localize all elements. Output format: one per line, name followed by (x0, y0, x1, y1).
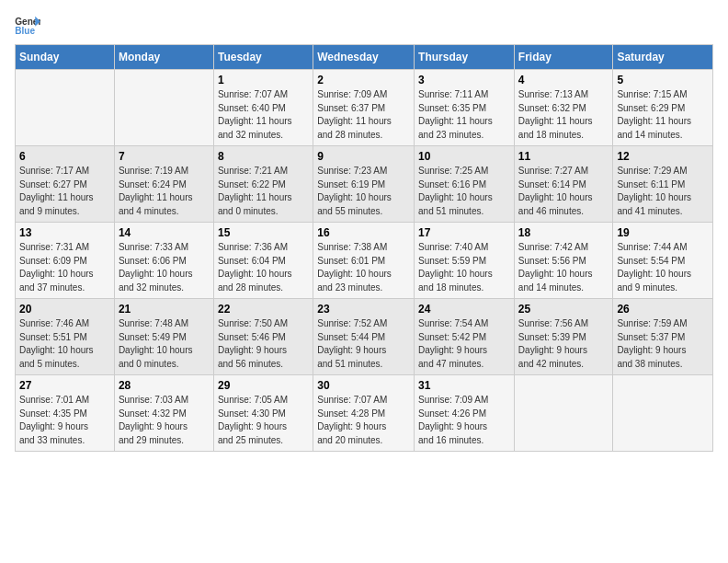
day-info: Sunrise: 7:59 AM Sunset: 5:37 PM Dayligh… (617, 317, 709, 371)
day-number: 5 (617, 74, 709, 86)
day-info: Sunrise: 7:17 AM Sunset: 6:27 PM Dayligh… (19, 165, 110, 218)
day-info: Sunrise: 7:21 AM Sunset: 6:22 PM Dayligh… (218, 165, 309, 218)
day-number: 15 (218, 226, 309, 239)
week-row-4: 20Sunrise: 7:46 AM Sunset: 5:51 PM Dayli… (16, 299, 713, 375)
calendar-cell: 26Sunrise: 7:59 AM Sunset: 5:37 PM Dayli… (613, 299, 713, 375)
day-info: Sunrise: 7:36 AM Sunset: 6:04 PM Dayligh… (218, 241, 309, 294)
day-info: Sunrise: 7:54 AM Sunset: 5:42 PM Dayligh… (418, 317, 510, 371)
calendar-cell: 28Sunrise: 7:03 AM Sunset: 4:32 PM Dayli… (114, 375, 213, 452)
day-header-saturday: Saturday (613, 45, 713, 70)
calendar-cell: 22Sunrise: 7:50 AM Sunset: 5:46 PM Dayli… (213, 299, 313, 375)
day-number: 10 (418, 150, 510, 163)
calendar-cell: 15Sunrise: 7:36 AM Sunset: 6:04 PM Dayli… (213, 223, 313, 299)
calendar-cell: 7Sunrise: 7:19 AM Sunset: 6:24 PM Daylig… (114, 146, 213, 223)
day-number: 7 (119, 150, 210, 163)
day-info: Sunrise: 7:09 AM Sunset: 6:37 PM Dayligh… (317, 88, 410, 142)
day-info: Sunrise: 7:07 AM Sunset: 4:28 PM Dayligh… (317, 394, 410, 447)
calendar-cell (514, 375, 613, 452)
day-info: Sunrise: 7:15 AM Sunset: 6:29 PM Dayligh… (617, 88, 709, 142)
calendar-cell (114, 70, 213, 146)
header: General Blue (15, 15, 713, 35)
calendar-cell: 8Sunrise: 7:21 AM Sunset: 6:22 PM Daylig… (213, 146, 313, 223)
calendar-cell: 16Sunrise: 7:38 AM Sunset: 6:01 PM Dayli… (313, 223, 415, 299)
calendar-cell: 6Sunrise: 7:17 AM Sunset: 6:27 PM Daylig… (16, 146, 115, 223)
svg-text:Blue: Blue (15, 26, 35, 35)
calendar-cell: 5Sunrise: 7:15 AM Sunset: 6:29 PM Daylig… (613, 70, 713, 146)
day-info: Sunrise: 7:01 AM Sunset: 4:35 PM Dayligh… (19, 394, 110, 447)
day-info: Sunrise: 7:40 AM Sunset: 5:59 PM Dayligh… (418, 241, 510, 294)
day-info: Sunrise: 7:29 AM Sunset: 6:11 PM Dayligh… (617, 165, 709, 218)
calendar-cell: 4Sunrise: 7:13 AM Sunset: 6:32 PM Daylig… (514, 70, 613, 146)
day-number: 13 (19, 226, 110, 239)
day-number: 26 (617, 303, 709, 316)
day-info: Sunrise: 7:11 AM Sunset: 6:35 PM Dayligh… (418, 88, 510, 142)
day-info: Sunrise: 7:23 AM Sunset: 6:19 PM Dayligh… (317, 165, 410, 218)
day-number: 14 (119, 226, 210, 239)
day-number: 22 (218, 303, 309, 316)
calendar-cell: 24Sunrise: 7:54 AM Sunset: 5:42 PM Dayli… (415, 299, 515, 375)
calendar-cell: 31Sunrise: 7:09 AM Sunset: 4:26 PM Dayli… (415, 375, 515, 452)
day-info: Sunrise: 7:56 AM Sunset: 5:39 PM Dayligh… (518, 317, 609, 371)
logo-icon: General Blue (15, 15, 40, 35)
day-number: 21 (119, 303, 210, 316)
calendar-cell: 20Sunrise: 7:46 AM Sunset: 5:51 PM Dayli… (16, 299, 115, 375)
day-number: 23 (317, 303, 410, 316)
week-row-3: 13Sunrise: 7:31 AM Sunset: 6:09 PM Dayli… (16, 223, 713, 299)
calendar-cell: 21Sunrise: 7:48 AM Sunset: 5:49 PM Dayli… (114, 299, 213, 375)
calendar-table: SundayMondayTuesdayWednesdayThursdayFrid… (15, 44, 713, 452)
day-number: 24 (418, 303, 510, 316)
day-info: Sunrise: 7:19 AM Sunset: 6:24 PM Dayligh… (119, 165, 210, 218)
calendar-cell: 27Sunrise: 7:01 AM Sunset: 4:35 PM Dayli… (16, 375, 115, 452)
day-info: Sunrise: 7:03 AM Sunset: 4:32 PM Dayligh… (119, 394, 210, 447)
day-number: 31 (418, 379, 510, 392)
day-number: 28 (119, 379, 210, 392)
calendar-cell: 14Sunrise: 7:33 AM Sunset: 6:06 PM Dayli… (114, 223, 213, 299)
day-info: Sunrise: 7:38 AM Sunset: 6:01 PM Dayligh… (317, 241, 410, 294)
day-number: 8 (218, 150, 309, 163)
day-number: 19 (617, 226, 709, 239)
calendar-cell: 1Sunrise: 7:07 AM Sunset: 6:40 PM Daylig… (213, 70, 313, 146)
calendar-cell: 17Sunrise: 7:40 AM Sunset: 5:59 PM Dayli… (415, 223, 515, 299)
day-number: 9 (317, 150, 410, 163)
day-header-thursday: Thursday (415, 45, 515, 70)
day-info: Sunrise: 7:52 AM Sunset: 5:44 PM Dayligh… (317, 317, 410, 371)
calendar-cell: 29Sunrise: 7:05 AM Sunset: 4:30 PM Dayli… (213, 375, 313, 452)
day-info: Sunrise: 7:44 AM Sunset: 5:54 PM Dayligh… (617, 241, 709, 294)
day-info: Sunrise: 7:31 AM Sunset: 6:09 PM Dayligh… (19, 241, 110, 294)
calendar-cell: 12Sunrise: 7:29 AM Sunset: 6:11 PM Dayli… (613, 146, 713, 223)
day-number: 17 (418, 226, 510, 239)
day-info: Sunrise: 7:09 AM Sunset: 4:26 PM Dayligh… (418, 394, 510, 447)
day-info: Sunrise: 7:42 AM Sunset: 5:56 PM Dayligh… (518, 241, 609, 294)
calendar-cell: 11Sunrise: 7:27 AM Sunset: 6:14 PM Dayli… (514, 146, 613, 223)
day-info: Sunrise: 7:48 AM Sunset: 5:49 PM Dayligh… (119, 317, 210, 371)
days-header-row: SundayMondayTuesdayWednesdayThursdayFrid… (16, 45, 713, 70)
calendar-cell: 2Sunrise: 7:09 AM Sunset: 6:37 PM Daylig… (313, 70, 415, 146)
day-info: Sunrise: 7:13 AM Sunset: 6:32 PM Dayligh… (518, 88, 609, 142)
day-number: 18 (518, 226, 609, 239)
week-row-2: 6Sunrise: 7:17 AM Sunset: 6:27 PM Daylig… (16, 146, 713, 223)
day-number: 3 (418, 74, 510, 86)
day-info: Sunrise: 7:25 AM Sunset: 6:16 PM Dayligh… (418, 165, 510, 218)
calendar-cell (613, 375, 713, 452)
day-info: Sunrise: 7:50 AM Sunset: 5:46 PM Dayligh… (218, 317, 309, 371)
day-info: Sunrise: 7:05 AM Sunset: 4:30 PM Dayligh… (218, 394, 309, 447)
calendar-cell: 18Sunrise: 7:42 AM Sunset: 5:56 PM Dayli… (514, 223, 613, 299)
calendar-cell: 23Sunrise: 7:52 AM Sunset: 5:44 PM Dayli… (313, 299, 415, 375)
day-number: 2 (317, 74, 410, 86)
day-number: 29 (218, 379, 309, 392)
calendar-cell: 9Sunrise: 7:23 AM Sunset: 6:19 PM Daylig… (313, 146, 415, 223)
day-info: Sunrise: 7:33 AM Sunset: 6:06 PM Dayligh… (119, 241, 210, 294)
day-number: 27 (19, 379, 110, 392)
day-number: 12 (617, 150, 709, 163)
day-header-friday: Friday (514, 45, 613, 70)
calendar-cell: 19Sunrise: 7:44 AM Sunset: 5:54 PM Dayli… (613, 223, 713, 299)
day-number: 11 (518, 150, 609, 163)
calendar-cell (16, 70, 115, 146)
week-row-1: 1Sunrise: 7:07 AM Sunset: 6:40 PM Daylig… (16, 70, 713, 146)
calendar-cell: 10Sunrise: 7:25 AM Sunset: 6:16 PM Dayli… (415, 146, 515, 223)
day-header-tuesday: Tuesday (213, 45, 313, 70)
day-number: 25 (518, 303, 609, 316)
logo: General Blue (15, 15, 44, 35)
day-number: 16 (317, 226, 410, 239)
day-info: Sunrise: 7:46 AM Sunset: 5:51 PM Dayligh… (19, 317, 110, 371)
